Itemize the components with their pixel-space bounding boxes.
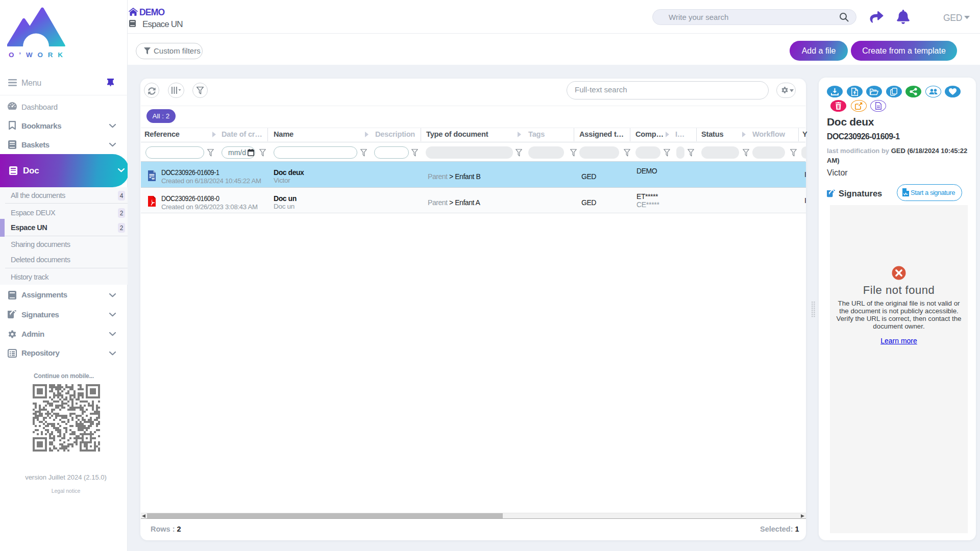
svg-text:w: w [151, 176, 155, 181]
